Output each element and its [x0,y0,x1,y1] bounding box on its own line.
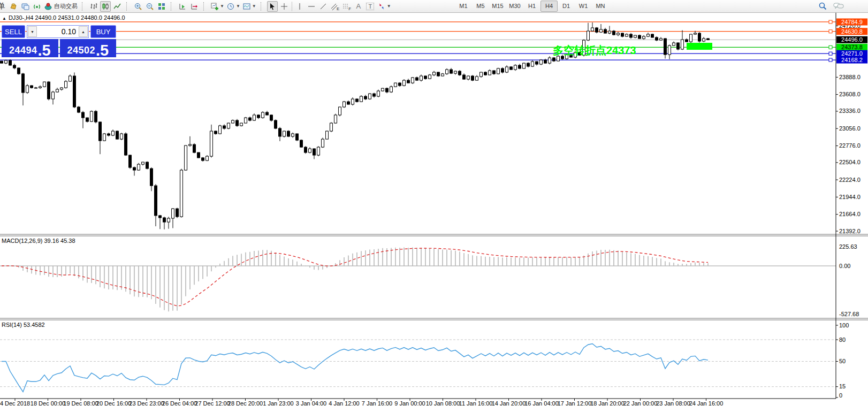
axis-label: 18 Dec 00:00 [31,400,65,407]
toolbar-grip[interactable] [82,2,86,11]
label-tool-button[interactable]: T [365,1,376,12]
hline-handle[interactable] [829,58,832,62]
line-chart-type-button[interactable] [112,1,123,12]
candle [471,75,474,81]
fibonacci-tool-button[interactable]: F [341,1,352,12]
candle [638,35,641,39]
signal-icon[interactable] [32,1,42,12]
zoom-out-button[interactable] [144,1,155,12]
axis-label: 21392.0 [839,228,861,234]
templates-button[interactable]: ▼ [242,1,257,12]
highlight-rectangle[interactable] [687,43,712,50]
sell-button[interactable]: SELL [2,25,25,38]
axis-label: 1 Jan 23:00 [263,400,294,407]
buy-price[interactable]: 24502 .5 [60,39,117,57]
bar-chart-type-button[interactable] [88,1,99,12]
current-price-label: 24496.0 [841,36,863,43]
toolbar-grip[interactable] [126,2,130,11]
sell-price-dec: .5 [37,44,50,56]
volume-field[interactable]: ▼ 0.10 ▲ [27,25,89,38]
candle [510,66,513,70]
new-chart-button[interactable]: ▼ [210,1,225,12]
hline-handle[interactable] [829,20,832,24]
volume-value[interactable]: 0.10 [37,26,78,37]
hline-handle[interactable] [829,45,832,49]
axis-label: 21944.0 [839,194,861,200]
hline-handle[interactable] [829,30,832,33]
axis-label: 16 Jan 04:00 [524,400,559,407]
candle [138,163,140,171]
axis-label: 9 Jan 00:00 [394,400,425,407]
chat-icon[interactable] [833,1,844,11]
candle [185,145,187,170]
horizontal-line-tool-button[interactable] [306,1,317,12]
new-order-button[interactable]: 单 [0,1,7,12]
search-icon[interactable] [817,1,828,11]
axis-label: 23056.0 [839,125,861,132]
volume-decrease-button[interactable]: ▼ [28,26,37,37]
timeframe-button-W1[interactable]: W1 [575,1,592,12]
candle [43,82,46,88]
market-watch-icon[interactable] [20,1,31,12]
candle [437,72,440,77]
candle [304,146,307,154]
timeframe-button-M5[interactable]: M5 [472,1,489,12]
zoom-in-button[interactable] [133,1,143,12]
candle [300,140,303,148]
candle [480,72,483,78]
candle [236,119,239,127]
auto-scroll-button[interactable] [177,1,188,12]
one-click-toggle-icon[interactable]: ▲ [2,16,6,21]
cursor-tool-button[interactable] [267,1,278,12]
timeframe-button-M1[interactable]: M1 [455,1,472,12]
toolbar-grip[interactable] [171,2,174,11]
candle [360,95,363,102]
timeframe-button-H4[interactable]: H4 [540,1,558,12]
rsi-indicator-label: RSI(14) 53.4582 [2,322,45,328]
volume-increase-button[interactable]: ▲ [79,26,88,37]
candle [540,59,543,65]
chart-shift-button[interactable] [189,1,200,12]
sell-price[interactable]: 24494 .5 [2,39,58,57]
arrows-tool-button[interactable]: ▼ [377,1,392,12]
candle [377,89,380,97]
periodicity-button[interactable]: ▼ [226,1,241,12]
candle [90,111,93,123]
chart-canvas[interactable]: 多空转折点2437324720.023888.023608.023336.023… [0,0,868,413]
timeframe-button-M15[interactable]: M15 [489,1,506,12]
timeframe-button-H1[interactable]: H1 [523,1,540,12]
equidistant-channel-tool-button[interactable]: E [330,1,340,12]
order-book-icon[interactable] [8,1,19,12]
timeframe-button-MN[interactable]: MN [592,1,609,12]
axis-label: 22224.0 [839,177,861,183]
hline-handle[interactable] [829,52,832,55]
candle [103,133,106,141]
text-tool-button[interactable]: A [353,1,364,12]
vertical-line-tool-button[interactable] [294,1,305,12]
candle [116,131,119,140]
toolbar-grip[interactable] [203,2,207,11]
annotation-text[interactable]: 多空转折点24373 [553,44,636,56]
candle [146,162,149,170]
candle [553,57,555,62]
candle [459,70,461,76]
timeframe-button-D1[interactable]: D1 [558,1,575,12]
candlestick-chart-type-button[interactable] [100,1,111,12]
buy-button[interactable]: BUY [90,25,116,38]
candle [180,169,183,217]
axis-label: 21664.0 [839,211,861,217]
autotrading-button[interactable]: 自动交易 [43,1,78,12]
tile-windows-button[interactable] [156,1,167,12]
candle [296,134,299,141]
candle [86,117,89,123]
candle [283,131,286,137]
chart-plot-area[interactable] [0,13,836,399]
crosshair-tool-button[interactable] [279,1,290,12]
candle [129,155,132,169]
candle [125,132,127,156]
trendline-tool-button[interactable] [318,1,329,12]
toolbar-grip[interactable] [261,2,264,11]
timeframe-button-M30[interactable]: M30 [506,1,523,12]
candle [95,110,97,124]
chart-title-text: DJ30-,H4 24490.0 24531.0 24480.0 24496.0 [9,14,125,21]
